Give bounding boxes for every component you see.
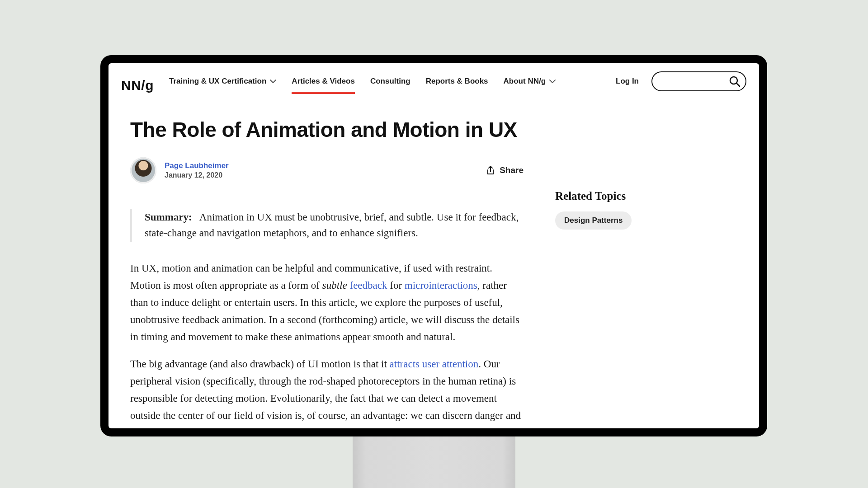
primary-nav: Training & UX Certification Articles & V… bbox=[169, 77, 556, 94]
header-right: Log In bbox=[616, 71, 746, 99]
nav-label: Articles & Videos bbox=[292, 77, 355, 86]
svg-line-1 bbox=[736, 83, 740, 86]
search-icon[interactable] bbox=[728, 75, 741, 88]
nav-label: Consulting bbox=[370, 77, 410, 86]
top-bar: NN/g Training & UX Certification Article… bbox=[108, 63, 759, 99]
summary-label: Summary: bbox=[145, 211, 192, 223]
nav-label: About NN/g bbox=[504, 77, 546, 86]
screen: NN/g Training & UX Certification Article… bbox=[108, 63, 759, 428]
search-input[interactable] bbox=[627, 77, 728, 85]
byline-row: Page Laubheimer January 12, 2020 Share bbox=[130, 157, 524, 183]
nav-articles[interactable]: Articles & Videos bbox=[292, 77, 355, 94]
share-button[interactable]: Share bbox=[486, 165, 524, 175]
site-logo[interactable]: NN/g bbox=[121, 78, 154, 93]
related-topics-heading: Related Topics bbox=[555, 190, 632, 202]
publish-date: January 12, 2020 bbox=[165, 171, 229, 179]
monitor-frame: NN/g Training & UX Certification Article… bbox=[100, 55, 767, 436]
nav-label: Training & UX Certification bbox=[169, 77, 266, 86]
search-box[interactable] bbox=[651, 71, 746, 91]
article-main: The Role of Animation and Motion in UX P… bbox=[130, 117, 524, 428]
nav-about[interactable]: About NN/g bbox=[504, 77, 556, 94]
link-distracted[interactable]: distracted bbox=[425, 427, 466, 428]
body-text: for bbox=[387, 280, 404, 291]
link-attracts-attention[interactable]: attracts user attention bbox=[390, 358, 479, 370]
author-avatar[interactable] bbox=[130, 157, 156, 183]
share-icon bbox=[486, 165, 495, 175]
link-feedback[interactable]: feedback bbox=[349, 280, 387, 291]
link-microinteractions[interactable]: microinteractions bbox=[405, 280, 477, 291]
nav-reports[interactable]: Reports & Books bbox=[426, 77, 488, 94]
body-text: The big advantage (and also drawback) of… bbox=[130, 358, 390, 370]
author-link[interactable]: Page Laubheimer bbox=[165, 161, 229, 170]
paragraph: The big advantage (and also drawback) of… bbox=[130, 356, 524, 428]
chevron-down-icon bbox=[270, 79, 276, 84]
nav-consulting[interactable]: Consulting bbox=[370, 77, 410, 94]
monitor-stand bbox=[353, 436, 515, 488]
nav-label: Reports & Books bbox=[426, 77, 488, 86]
article-summary: Summary: Animation in UX must be unobtru… bbox=[130, 209, 524, 242]
article-body: In UX, motion and animation can be helpf… bbox=[130, 260, 524, 428]
article-title: The Role of Animation and Motion in UX bbox=[130, 117, 524, 142]
topic-chip-design-patterns[interactable]: Design Patterns bbox=[555, 211, 632, 230]
share-label: Share bbox=[500, 165, 524, 175]
byline-text: Page Laubheimer January 12, 2020 bbox=[165, 161, 229, 179]
body-emphasis: subtle bbox=[322, 280, 347, 291]
chevron-down-icon bbox=[549, 79, 556, 84]
sidebar: Related Topics Design Patterns bbox=[555, 117, 632, 428]
summary-text: Animation in UX must be unobtrusive, bri… bbox=[145, 211, 519, 239]
content-area: The Role of Animation and Motion in UX P… bbox=[108, 99, 759, 428]
nav-training[interactable]: Training & UX Certification bbox=[169, 77, 276, 94]
paragraph: In UX, motion and animation can be helpf… bbox=[130, 260, 524, 346]
